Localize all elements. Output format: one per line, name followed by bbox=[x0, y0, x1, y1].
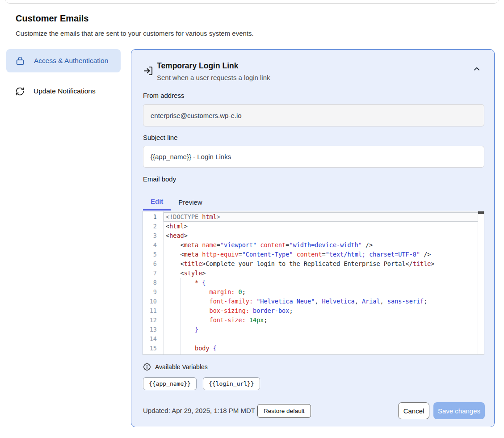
indent-guide bbox=[195, 287, 195, 297]
line-number: 1 bbox=[143, 212, 163, 222]
subject-line-input[interactable] bbox=[143, 146, 484, 168]
line-number: 12 bbox=[143, 316, 163, 325]
code-line[interactable]: font-family: "Helvetica Neue", Helvetica… bbox=[164, 297, 478, 306]
email-body-label: Email body bbox=[143, 175, 176, 183]
variable-chip-app-name[interactable]: {{app_name}} bbox=[143, 377, 197, 390]
code-line[interactable]: <style> bbox=[164, 269, 478, 278]
from-address-label: From address bbox=[143, 92, 185, 99]
code-line[interactable]: <meta name="viewport" content="width=dev… bbox=[164, 240, 478, 250]
indent-guide bbox=[166, 306, 166, 316]
panel-title: Temporary Login Link bbox=[157, 61, 238, 71]
info-icon bbox=[143, 363, 151, 371]
indent-guide bbox=[195, 353, 195, 354]
indent-guide bbox=[181, 334, 181, 344]
indent-guide bbox=[166, 240, 166, 250]
line-number: 10 bbox=[143, 297, 163, 306]
indent-guide bbox=[181, 278, 181, 287]
code-gutter: 12345678910111213141516 bbox=[143, 211, 164, 354]
lock-icon bbox=[15, 56, 25, 66]
indent-guide bbox=[166, 353, 166, 354]
code-line[interactable]: } bbox=[164, 325, 478, 334]
page-title: Customer Emails bbox=[16, 13, 88, 24]
sidebar-item-access-authentication[interactable]: Access & Authentication bbox=[6, 49, 121, 72]
code-line[interactable]: margin: 0; bbox=[164, 287, 478, 297]
line-number: 8 bbox=[143, 278, 163, 287]
line-number: 7 bbox=[143, 269, 163, 278]
indent-guide bbox=[166, 325, 166, 334]
sidebar-item-label: Update Notifications bbox=[34, 86, 96, 97]
code-editor[interactable]: 12345678910111213141516 <!DOCTYPE html><… bbox=[143, 211, 484, 355]
code-line[interactable]: font-size: 14px; bbox=[164, 316, 478, 325]
code-line[interactable]: box-sizing: border-box; bbox=[164, 306, 478, 316]
editor-scrollbar-thumb[interactable] bbox=[478, 211, 484, 214]
line-number: 9 bbox=[143, 287, 163, 297]
indent-guide bbox=[166, 250, 166, 259]
indent-guide bbox=[166, 269, 166, 278]
code-line[interactable]: * { bbox=[164, 278, 478, 287]
indent-guide bbox=[181, 316, 181, 325]
chevron-up-icon bbox=[473, 65, 481, 73]
code-line[interactable]: background-color: #f6f6f6; bbox=[164, 353, 478, 354]
available-variables-label: Available Variables bbox=[155, 363, 208, 371]
line-number: 13 bbox=[143, 325, 163, 334]
code-line[interactable]: <head> bbox=[164, 231, 478, 240]
indent-guide bbox=[181, 287, 181, 297]
code-line[interactable]: body { bbox=[164, 344, 478, 353]
indent-guide bbox=[166, 287, 166, 297]
tab-preview[interactable]: Preview bbox=[171, 194, 210, 211]
line-number: 2 bbox=[143, 222, 163, 231]
indent-guide bbox=[181, 353, 181, 354]
indent-guide bbox=[195, 316, 195, 325]
sidebar: Access & Authentication Update Notificat… bbox=[6, 49, 121, 101]
collapse-button[interactable] bbox=[471, 64, 483, 75]
panel-subtitle: Sent when a user requests a login link bbox=[157, 74, 270, 81]
variable-chips: {{app_name}} {{login_url}} bbox=[143, 377, 260, 390]
login-icon bbox=[143, 66, 153, 76]
from-address-input[interactable] bbox=[143, 104, 484, 126]
line-number: 15 bbox=[143, 344, 163, 353]
available-variables-row: Available Variables bbox=[143, 363, 208, 371]
code-line[interactable]: <html> bbox=[164, 222, 478, 231]
indent-guide bbox=[166, 316, 166, 325]
line-number: 11 bbox=[143, 306, 163, 316]
line-number: 3 bbox=[143, 231, 163, 240]
indent-guide bbox=[166, 259, 166, 269]
code-line[interactable]: <title>Complete your login to the Replic… bbox=[164, 259, 478, 269]
code-line[interactable] bbox=[164, 334, 478, 344]
previous-card-edge bbox=[4, 0, 500, 4]
subject-line-label: Subject line bbox=[143, 134, 178, 141]
indent-guide bbox=[181, 325, 181, 334]
page-root: Customer Emails Customize the emails tha… bbox=[0, 0, 504, 438]
variable-chip-login-url[interactable]: {{login_url}} bbox=[203, 377, 260, 390]
email-settings-panel: Temporary Login Link Sent when a user re… bbox=[131, 49, 495, 427]
save-changes-button[interactable]: Save changes bbox=[433, 402, 485, 419]
indent-guide bbox=[181, 344, 181, 353]
indent-guide bbox=[166, 344, 166, 353]
indent-guide bbox=[166, 297, 166, 306]
line-number: 16 bbox=[143, 353, 163, 355]
indent-guide bbox=[181, 306, 181, 316]
updated-timestamp: Updated: Apr 29, 2025, 1:18 PM MDT bbox=[143, 402, 255, 419]
restore-default-button[interactable]: Restore default bbox=[257, 404, 311, 418]
line-number: 6 bbox=[143, 259, 163, 269]
cancel-button[interactable]: Cancel bbox=[398, 402, 429, 419]
indent-guide bbox=[166, 278, 166, 287]
sidebar-item-label: Access & Authentication bbox=[34, 55, 108, 66]
indent-guide bbox=[195, 297, 195, 306]
editor-scrollbar[interactable] bbox=[478, 211, 484, 354]
sidebar-item-update-notifications[interactable]: Update Notifications bbox=[6, 81, 121, 101]
email-body-tabs: Edit Preview bbox=[143, 194, 210, 211]
line-number: 5 bbox=[143, 250, 163, 259]
indent-guide bbox=[195, 306, 195, 316]
refresh-icon bbox=[15, 87, 25, 96]
indent-guide bbox=[181, 297, 181, 306]
tab-edit[interactable]: Edit bbox=[143, 194, 171, 211]
indent-guide bbox=[166, 334, 166, 344]
page-description: Customize the emails that are sent to yo… bbox=[16, 29, 254, 37]
line-number: 14 bbox=[143, 334, 163, 344]
line-number: 4 bbox=[143, 240, 163, 250]
code-lines[interactable]: <!DOCTYPE html><html><head> <meta name="… bbox=[164, 211, 478, 354]
code-line[interactable]: <meta http-equiv="Content-Type" content=… bbox=[164, 250, 478, 259]
code-line[interactable]: <!DOCTYPE html> bbox=[164, 212, 478, 222]
